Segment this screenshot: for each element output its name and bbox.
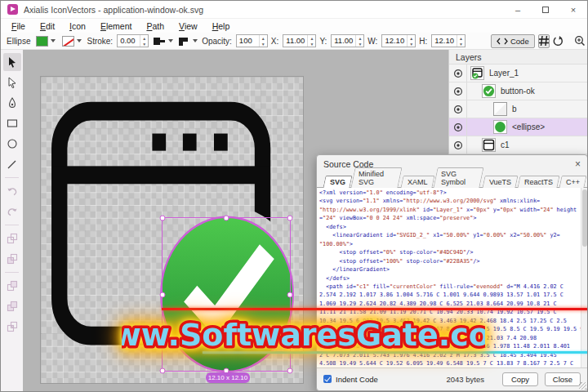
stroke-width-stepper[interactable]: 0.00 ▲▼ bbox=[117, 34, 149, 47]
window-title: Axialis IconVectors - application-window… bbox=[24, 5, 203, 15]
tab-reactts[interactable]: ReactTS bbox=[517, 176, 559, 188]
boolean-intersect-button[interactable] bbox=[3, 277, 21, 295]
indent-code-checkbox[interactable] bbox=[323, 375, 332, 383]
chevron-down-icon bbox=[168, 39, 173, 42]
up-arrow-icon[interactable]: ▲ bbox=[408, 35, 415, 41]
up-arrow-icon[interactable]: ▲ bbox=[140, 35, 148, 41]
minimize-button[interactable]: – bbox=[504, 1, 532, 19]
h-stepper[interactable]: 12.10 ▲▼ bbox=[431, 34, 466, 47]
stepper-arrows[interactable]: ▲▼ bbox=[457, 35, 465, 47]
code-line: </defs> bbox=[319, 274, 580, 283]
selection-handle-se[interactable] bbox=[287, 368, 293, 374]
down-arrow-icon[interactable]: ▼ bbox=[140, 41, 148, 47]
redo-button[interactable] bbox=[3, 203, 21, 220]
line-cap-dropdown[interactable] bbox=[153, 36, 173, 47]
selection-handle-sw[interactable] bbox=[160, 368, 166, 374]
menu-icon[interactable]: Icon bbox=[62, 21, 93, 31]
line-join-icon bbox=[178, 36, 190, 47]
h-value: 12.10 bbox=[432, 35, 457, 47]
layer-row-b[interactable]: b bbox=[449, 100, 588, 118]
layer-row-c1[interactable]: c1 bbox=[449, 136, 588, 154]
layer-row-button-ok[interactable]: button-ok bbox=[449, 82, 588, 100]
close-button[interactable]: × bbox=[559, 1, 587, 19]
tab-xaml[interactable]: XAML bbox=[400, 176, 434, 188]
resize-grip[interactable] bbox=[579, 382, 586, 390]
visibility-toggle[interactable] bbox=[449, 136, 467, 154]
select-tool[interactable] bbox=[3, 53, 21, 71]
down-arrow-icon[interactable]: ▼ bbox=[260, 41, 267, 47]
close-dialog-button[interactable]: Close bbox=[545, 372, 581, 386]
stepper-arrows[interactable]: ▲▼ bbox=[355, 35, 363, 47]
direct-select-tool[interactable] bbox=[3, 74, 21, 91]
menu-element[interactable]: Element bbox=[93, 21, 140, 31]
boolean-divide-button[interactable] bbox=[3, 318, 21, 336]
w-stepper[interactable]: 12.10 ▲▼ bbox=[381, 34, 416, 47]
down-arrow-icon[interactable]: ▼ bbox=[457, 41, 465, 47]
visibility-toggle[interactable] bbox=[449, 100, 467, 118]
tab-minified-svg[interactable]: Minified SVG bbox=[350, 167, 402, 188]
menu-path[interactable]: Path bbox=[139, 21, 172, 31]
layer-row-ellipse[interactable]: <ellipse> bbox=[449, 118, 588, 136]
dialog-close-button[interactable]: × bbox=[575, 158, 581, 170]
menu-file[interactable]: File bbox=[4, 21, 33, 31]
code-button[interactable]: Code bbox=[491, 34, 535, 48]
visibility-toggle[interactable] bbox=[449, 118, 467, 136]
x-stepper[interactable]: 11.00 ▲▼ bbox=[283, 34, 316, 47]
chevron-down-icon bbox=[51, 39, 56, 42]
down-arrow-icon[interactable]: ▼ bbox=[408, 41, 415, 47]
pen-tool[interactable] bbox=[3, 94, 21, 112]
stroke-color-picker[interactable] bbox=[62, 36, 82, 47]
menu-view[interactable]: View bbox=[172, 21, 205, 31]
line-join-dropdown[interactable] bbox=[178, 36, 198, 47]
up-arrow-icon[interactable]: ▲ bbox=[356, 35, 363, 41]
boolean-exclude-button[interactable] bbox=[3, 297, 21, 315]
tab-svg[interactable]: SVG bbox=[323, 176, 352, 188]
code-scrollbar[interactable] bbox=[581, 188, 587, 368]
boolean-union-button[interactable] bbox=[3, 229, 21, 247]
y-stepper[interactable]: 11.00 ▲▼ bbox=[331, 34, 364, 47]
selection-handle-w[interactable] bbox=[160, 292, 166, 297]
selection-handle-e[interactable] bbox=[287, 292, 293, 297]
menu-help[interactable]: Help bbox=[205, 21, 238, 31]
stepper-arrows[interactable]: ▲▼ bbox=[140, 35, 148, 47]
undo-button[interactable] bbox=[3, 182, 21, 200]
selection-handle-ne[interactable] bbox=[287, 216, 293, 221]
selection-handle-nw[interactable] bbox=[160, 216, 166, 221]
scrollbar-thumb[interactable] bbox=[582, 189, 587, 247]
ellipse-icon bbox=[7, 138, 18, 149]
maximize-button[interactable] bbox=[532, 1, 559, 19]
layer-thumbnail bbox=[470, 66, 484, 80]
fill-color-picker[interactable] bbox=[36, 36, 56, 47]
stepper-arrows[interactable]: ▲▼ bbox=[307, 35, 315, 47]
stepper-arrows[interactable]: ▲▼ bbox=[407, 35, 415, 47]
rotate-view-button[interactable] bbox=[552, 34, 564, 48]
visibility-toggle[interactable] bbox=[449, 65, 467, 82]
grid-toggle-button[interactable] bbox=[538, 34, 550, 48]
up-arrow-icon[interactable]: ▲ bbox=[308, 35, 315, 41]
zoom-in-button[interactable] bbox=[574, 34, 586, 48]
up-arrow-icon[interactable]: ▲ bbox=[260, 35, 267, 41]
visibility-toggle[interactable] bbox=[449, 82, 467, 100]
pen-nib-icon bbox=[7, 97, 17, 109]
menu-edit[interactable]: Edit bbox=[33, 21, 62, 31]
stepper-arrows[interactable]: ▲▼ bbox=[259, 35, 267, 47]
selected-element-type: Ellipse bbox=[7, 37, 30, 46]
chevron-down-icon bbox=[77, 39, 82, 42]
up-arrow-icon[interactable]: ▲ bbox=[457, 35, 465, 41]
copy-button[interactable]: Copy bbox=[502, 372, 538, 386]
tab-cpp[interactable]: C++ bbox=[559, 176, 586, 188]
down-arrow-icon[interactable]: ▼ bbox=[308, 41, 315, 47]
line-tool[interactable] bbox=[3, 155, 21, 173]
tab-vuets[interactable]: VueTS bbox=[482, 176, 518, 188]
selection-handle-n[interactable] bbox=[224, 216, 229, 221]
boolean-subtract-button[interactable] bbox=[3, 250, 21, 268]
rectangle-tool[interactable] bbox=[3, 114, 21, 132]
tab-svg-symbol[interactable]: SVG Symbol bbox=[433, 167, 484, 188]
app-icon bbox=[7, 4, 18, 15]
down-arrow-icon[interactable]: ▼ bbox=[356, 41, 363, 47]
y-value: 11.00 bbox=[332, 35, 355, 47]
layer-row-layer1[interactable]: Layer_1 bbox=[449, 65, 588, 82]
opacity-stepper[interactable]: 100 ▲▼ bbox=[236, 34, 268, 47]
ellipse-tool[interactable] bbox=[3, 135, 21, 153]
stroke-color-swatch bbox=[62, 36, 74, 47]
